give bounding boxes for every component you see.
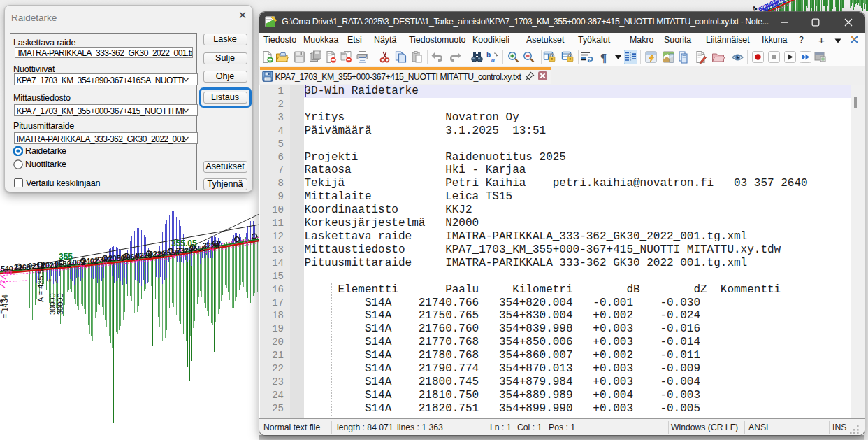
- svg-text:= 14: = 14: [0, 299, 5, 314]
- svg-text:355.05: 355.05: [171, 239, 197, 248]
- svg-text:¶: ¶: [600, 51, 607, 64]
- svg-text:30000: 30000: [56, 293, 64, 315]
- svg-text:540: 540: [1, 264, 13, 273]
- svg-text:a: a: [491, 56, 495, 64]
- svg-text:A = 435.57: A = 435.57: [36, 265, 45, 302]
- svg-text:b: b: [486, 51, 491, 59]
- svg-text:355: 355: [59, 252, 73, 262]
